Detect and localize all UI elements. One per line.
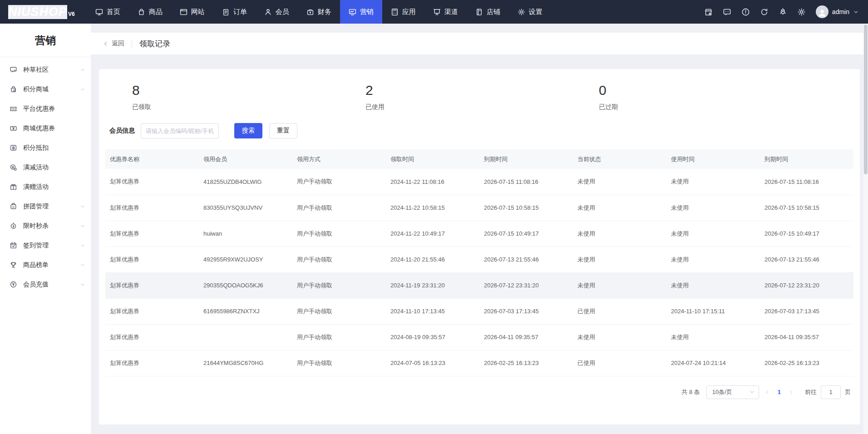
gear-icon[interactable] — [797, 8, 806, 16]
sidebar-item[interactable]: 商品榜单 — [0, 255, 91, 275]
shop-front-icon[interactable] — [704, 8, 713, 16]
cell-status: 已使用 — [573, 350, 666, 376]
chevron-left-icon — [103, 41, 108, 47]
sidebar-item-label: 商城优惠券 — [23, 124, 55, 133]
message-icon[interactable] — [723, 8, 731, 16]
mall-coupon-icon — [10, 124, 17, 132]
sidebar-item-label: 积分抵扣 — [23, 144, 49, 152]
cell-expire-time: 2026-07-15 10:49:17 — [479, 221, 573, 247]
cell-coupon-name: 划算优惠券 — [105, 298, 199, 324]
cell-member: 830355UYSQ3UJVNV — [199, 195, 292, 221]
records-table: 优惠券名称领用会员领用方式领取时间到期时间当前状态使用时间到期时间 划算优惠券 … — [105, 149, 853, 376]
sidebar-item[interactable]: 满赠活动 — [0, 177, 91, 197]
topbar-tools: admin — [704, 0, 868, 24]
top-nav-item[interactable]: 应用 — [382, 0, 424, 24]
cell-coupon-name: 划算优惠券 — [105, 195, 199, 221]
cell-expire-time: 2026-07-03 17:13:45 — [479, 298, 573, 324]
cell-claim-time: 2024-11-20 21:55:46 — [386, 247, 479, 272]
sidebar-item-label: 种草社区 — [23, 66, 49, 74]
goto-page-input[interactable] — [821, 385, 841, 399]
rocket-icon[interactable] — [779, 8, 787, 16]
chevron-down-icon — [80, 223, 85, 229]
top-nav-item[interactable]: 网站 — [171, 0, 213, 24]
user-name: admin — [832, 8, 849, 15]
top-nav-item[interactable]: 渠道 — [424, 0, 467, 24]
cell-member — [199, 324, 292, 350]
notice-icon[interactable] — [741, 8, 750, 16]
sidebar-item[interactable]: 会员充值 — [0, 275, 91, 294]
ranking-icon — [10, 261, 17, 269]
top-nav-item[interactable]: 首页 — [87, 0, 129, 24]
cell-due-time: 2026-07-13 21:55:46 — [760, 247, 853, 272]
sidebar-item[interactable]: 限时秒杀 — [0, 216, 91, 236]
cell-use-time: 未使用 — [666, 272, 760, 298]
top-nav-item[interactable]: 财务 — [298, 0, 340, 24]
sidebar-item-label: 满减活动 — [23, 163, 49, 172]
top-nav-item[interactable]: 订单 — [213, 0, 256, 24]
user-menu[interactable]: admin — [816, 5, 859, 18]
reset-button[interactable]: 重置 — [269, 123, 297, 138]
cell-claim-method: 用户手动领取 — [292, 247, 386, 272]
stat-value: 0 — [599, 83, 799, 98]
cell-member: huiwan — [199, 221, 292, 247]
gift-activity-icon — [10, 183, 17, 191]
sidebar-item[interactable]: 积分商城 — [0, 79, 91, 99]
page-size-select[interactable]: 10条/页 — [706, 385, 759, 399]
cell-use-time: 未使用 — [666, 247, 760, 272]
table-body: 划算优惠券 418255UZDB4OLWIG 用户手动领取 2024-11-22… — [105, 169, 853, 376]
search-button[interactable]: 搜索 — [234, 123, 262, 138]
member-search-input[interactable] — [141, 123, 219, 138]
table-row: 划算优惠券 21644YMG8SC670HG 用户手动领取 2024-07-05… — [105, 350, 853, 376]
sidebar-item-label: 拼团管理 — [23, 202, 49, 211]
sidebar-item[interactable]: 签到管理 — [0, 236, 91, 255]
next-page-button[interactable] — [783, 390, 799, 395]
cell-due-time: 2026-07-15 10:58:15 — [760, 195, 853, 221]
sidebar-item-label: 签到管理 — [23, 242, 49, 250]
top-nav-label: 营销 — [360, 8, 374, 16]
top-nav-item[interactable]: 店铺 — [467, 0, 509, 24]
table-header-cell: 领用方式 — [292, 149, 386, 169]
top-nav-item[interactable]: 设置 — [509, 0, 551, 24]
cell-expire-time: 2026-02-25 16:13:23 — [479, 350, 573, 376]
stat-block: 0 已过期 — [566, 83, 799, 111]
cell-due-time: 2026-04-11 09:35:57 — [760, 324, 853, 350]
sidebar-item-label: 平台优惠券 — [23, 105, 55, 113]
settings-icon — [518, 8, 525, 16]
cell-due-time: 2026-07-15 11:08:16 — [760, 169, 853, 195]
sidebar-item[interactable]: 商城优惠券 — [0, 118, 91, 138]
refresh-icon[interactable] — [760, 8, 769, 16]
top-nav-label: 订单 — [233, 8, 247, 16]
sidebar-item[interactable]: 种草社区 — [0, 60, 91, 79]
sidebar-item[interactable]: 平台优惠券 — [0, 99, 91, 118]
back-button[interactable]: 返回 — [103, 39, 124, 48]
divider — [0, 57, 91, 57]
table-row: 划算优惠券 huiwan 用户手动领取 2024-11-22 10:49:17 … — [105, 221, 853, 247]
cell-claim-method: 用户手动领取 — [292, 324, 386, 350]
table-header-cell: 到期时间 — [479, 149, 573, 169]
goods-icon — [138, 8, 145, 16]
page-header: 返回 领取记录 — [91, 33, 868, 54]
sidebar-item-label: 积分商城 — [23, 85, 49, 94]
table-row: 划算优惠券 用户手动领取 2024-08-19 09:35:57 2026-04… — [105, 324, 853, 350]
pagination: 共 8 条 10条/页 1 前往 页 — [99, 376, 860, 399]
sidebar-item[interactable]: 积分抵扣 — [0, 138, 91, 158]
table-header-cell: 领取时间 — [386, 149, 479, 169]
current-page[interactable]: 1 — [776, 389, 783, 395]
top-nav-item[interactable]: 会员 — [256, 0, 298, 24]
cell-claim-time: 2024-11-22 10:58:15 — [386, 195, 479, 221]
top-nav-item[interactable]: 商品 — [129, 0, 171, 24]
divider — [132, 40, 132, 47]
cell-status: 未使用 — [573, 195, 666, 221]
sidebar-item[interactable]: 满减活动 — [0, 158, 91, 177]
prev-page-button[interactable] — [759, 390, 776, 395]
platform-coupon-icon — [10, 105, 17, 113]
top-nav-item[interactable]: 营销 — [340, 0, 382, 24]
cell-due-time: 2026-07-12 23:31:20 — [760, 272, 853, 298]
table-header-cell: 领用会员 — [199, 149, 292, 169]
chevron-left-icon — [764, 390, 770, 395]
sidebar-item[interactable]: 拼团管理 — [0, 197, 91, 216]
cell-status: 未使用 — [573, 272, 666, 298]
top-bar: NIUSHOP V6 首页 商品 网站 订单 — [0, 0, 868, 24]
cell-status: 未使用 — [573, 169, 666, 195]
scrollbar-thumb[interactable] — [864, 25, 868, 174]
